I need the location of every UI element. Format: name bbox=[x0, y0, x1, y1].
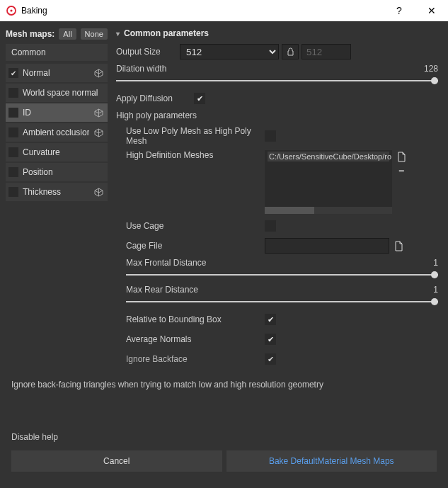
mesh-item-checkbox[interactable] bbox=[8, 147, 18, 157]
help-button[interactable]: ? bbox=[383, 0, 415, 21]
scrollbar-horizontal[interactable] bbox=[265, 207, 392, 214]
ignore-backface-label: Ignore Backface bbox=[126, 354, 265, 364]
app-icon bbox=[6, 5, 17, 16]
mesh-map-list: ✔NormalWorld space normalIDAmbient occlu… bbox=[6, 64, 108, 201]
svg-point-1 bbox=[10, 9, 12, 11]
mesh-item-thickness[interactable]: Thickness bbox=[6, 183, 108, 201]
section-title: Common parameters bbox=[124, 28, 209, 38]
content-panel: ▾ Common parameters Output Size 512 Dila… bbox=[113, 21, 448, 371]
use-low-poly-checkbox[interactable] bbox=[265, 130, 276, 142]
dilation-value: 128 bbox=[424, 64, 438, 74]
max-rear-value: 1 bbox=[433, 285, 438, 295]
high-def-file-list[interactable]: C:/Users/SensitiveCube/Desktop/ro bbox=[265, 150, 392, 214]
mesh-item-label: Curvature bbox=[23, 147, 103, 157]
footer: Ignore back-facing triangles when trying… bbox=[0, 371, 448, 482]
max-frontal-slider[interactable] bbox=[126, 271, 438, 279]
output-size-linked bbox=[301, 44, 351, 59]
max-frontal-value: 1 bbox=[433, 258, 438, 268]
mesh-item-label: Normal bbox=[23, 68, 89, 78]
mesh-item-checkbox[interactable]: ✔ bbox=[8, 68, 18, 78]
browse-cage-button[interactable] bbox=[392, 239, 405, 252]
mesh-item-label: Ambient occlusion bbox=[23, 127, 89, 137]
high-def-path: C:/Users/SensitiveCube/Desktop/ro bbox=[268, 152, 389, 161]
disable-help-link[interactable]: Disable help bbox=[11, 432, 437, 442]
use-cage-label: Use Cage bbox=[126, 221, 265, 231]
use-low-poly-label: Use Low Poly Mesh as High Poly Mesh bbox=[126, 126, 265, 146]
output-size-select[interactable]: 512 bbox=[180, 44, 279, 59]
mesh-item-checkbox[interactable] bbox=[8, 127, 18, 137]
relative-bbox-checkbox[interactable]: ✔ bbox=[265, 314, 276, 325]
mesh-item-world-space-normal[interactable]: World space normal bbox=[6, 84, 108, 102]
cancel-button[interactable]: Cancel bbox=[11, 450, 222, 472]
mesh-item-label: ID bbox=[23, 108, 89, 118]
mesh-maps-label: Mesh maps: bbox=[6, 29, 54, 39]
close-button[interactable]: ✕ bbox=[415, 0, 448, 21]
mesh-item-id[interactable]: ID bbox=[6, 103, 108, 122]
chevron-down-icon: ▾ bbox=[116, 30, 120, 38]
cube-icon bbox=[93, 127, 103, 137]
mesh-item-position[interactable]: Position bbox=[6, 163, 108, 181]
dilation-slider[interactable] bbox=[116, 76, 438, 85]
avg-normals-checkbox[interactable]: ✔ bbox=[265, 334, 276, 345]
none-button[interactable]: None bbox=[81, 28, 108, 40]
high-def-label: High Definition Meshes bbox=[126, 150, 265, 160]
mesh-item-checkbox[interactable] bbox=[8, 167, 18, 177]
use-cage-checkbox[interactable] bbox=[265, 220, 276, 232]
mesh-item-label: World space normal bbox=[23, 88, 103, 98]
remove-file-button[interactable]: − bbox=[395, 164, 408, 177]
ignore-backface-checkbox[interactable]: ✔ bbox=[265, 353, 276, 365]
cube-icon bbox=[93, 68, 103, 78]
apply-diffusion-checkbox[interactable]: ✔ bbox=[194, 93, 205, 104]
titlebar: Baking ? ✕ bbox=[0, 0, 448, 21]
mesh-item-label: Position bbox=[23, 167, 103, 177]
sidebar-category[interactable]: Common bbox=[6, 44, 108, 61]
cage-file-input[interactable] bbox=[265, 238, 389, 254]
lock-button[interactable] bbox=[282, 44, 299, 59]
mesh-item-checkbox[interactable] bbox=[8, 108, 18, 118]
mesh-item-normal[interactable]: ✔Normal bbox=[6, 64, 108, 82]
max-rear-slider[interactable] bbox=[126, 297, 438, 306]
cube-icon bbox=[93, 187, 103, 197]
all-button[interactable]: All bbox=[59, 28, 76, 40]
mesh-item-label: Thickness bbox=[23, 187, 89, 197]
mesh-item-checkbox[interactable] bbox=[8, 88, 18, 98]
output-size-label: Output Size bbox=[116, 47, 180, 57]
high-poly-header: High poly parameters bbox=[116, 110, 438, 120]
bake-button[interactable]: Bake DefaultMaterial Mesh Maps bbox=[226, 450, 437, 472]
window-title: Baking bbox=[21, 6, 383, 16]
relative-bbox-label: Relative to Bounding Box bbox=[126, 314, 265, 324]
avg-normals-label: Average Normals bbox=[126, 334, 265, 344]
mesh-item-checkbox[interactable] bbox=[8, 187, 18, 197]
mesh-item-ambient-occlusion[interactable]: Ambient occlusion bbox=[6, 123, 108, 142]
mesh-item-curvature[interactable]: Curvature bbox=[6, 143, 108, 161]
add-file-button[interactable] bbox=[395, 150, 408, 163]
cage-file-label: Cage File bbox=[126, 241, 265, 251]
dilation-label: Dilation width bbox=[116, 64, 166, 74]
section-header[interactable]: ▾ Common parameters bbox=[116, 28, 438, 38]
apply-diffusion-label: Apply Diffusion bbox=[116, 93, 194, 103]
hint-text: Ignore back-facing triangles when trying… bbox=[11, 380, 437, 390]
cube-icon bbox=[93, 108, 103, 118]
max-frontal-label: Max Frontal Distance bbox=[126, 258, 206, 268]
max-rear-label: Max Rear Distance bbox=[126, 285, 198, 295]
sidebar: Mesh maps: All None Common ✔NormalWorld … bbox=[0, 21, 113, 371]
